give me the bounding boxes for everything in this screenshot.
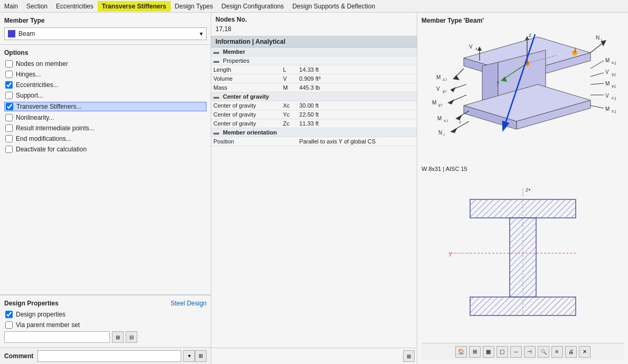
design-text-input[interactable] [4,331,110,343]
y-axis-label: y [496,79,500,85]
member-type-value: Beam [18,30,35,37]
option-nonlinearity-label: Nonlinearity... [16,114,54,121]
mxi-arrow [456,115,462,120]
row-mass-value: 445.3 lb [297,83,417,92]
mxj-label: M [605,58,610,63]
option-end-modifications[interactable]: End modifications... [4,135,207,143]
option-support-checkbox[interactable] [5,92,13,99]
row-yc-label: Center of gravity [211,110,281,119]
option-nodes-on-member[interactable]: Nodes on member [4,60,207,68]
myi-arrow [448,99,454,104]
comment-label: Comment [4,352,33,360]
option-end-checkbox[interactable] [5,135,13,142]
right-panel: Member Type 'Beam' [417,13,628,364]
toolbar-btn-props[interactable]: ≡ [551,346,563,358]
option-deactivate-checkbox[interactable] [5,146,13,153]
option-nodes-checkbox[interactable] [5,60,13,68]
via-parent-label: Via parent member set [16,321,80,329]
design-icon-btn1[interactable]: ⊞ [112,331,124,343]
row-volume-key: V [281,74,297,83]
option-transverse-checkbox[interactable] [6,103,13,110]
option-result-label: Result intermediate points... [16,124,95,132]
menu-design-configurations[interactable]: Design Configurations [217,1,288,12]
row-zc-key: Zc [281,119,297,128]
design-input-row: ⊞ ⊟ [4,331,207,343]
menu-bar: Main Section Eccentricities Transverse S… [0,0,628,13]
nj-arrow [601,40,606,46]
myj-label: M [605,81,610,87]
toolbar-btn-close[interactable]: ✕ [579,346,590,358]
toolbar-btn-grid[interactable]: ⊞ [469,346,481,358]
row-volume-label: Volume [211,74,281,83]
row-length-key: L [281,65,297,74]
option-eccentricities-checkbox[interactable] [5,81,13,89]
toolbar-btn-table[interactable]: ▦ [483,346,494,358]
row-zc-label: Center of gravity [211,119,281,128]
menu-design-supports[interactable]: Design Supports & Deflection [288,1,379,12]
option-hinges-label: Hinges... [16,71,41,78]
option-eccentricities[interactable]: Eccentricities... [4,81,207,89]
label-j: j [574,47,576,53]
collapse-member-icon[interactable]: ▬ [213,49,219,55]
mxj-subscript: x,j [612,60,616,65]
toolbar-btn-zoom[interactable]: 🔍 [538,346,549,358]
row-xc-label: Center of gravity [211,101,281,110]
design-properties-checkbox[interactable] [5,311,13,318]
via-parent-row[interactable]: Via parent member set [4,321,207,329]
design-icon-btn2[interactable]: ⊟ [126,331,137,343]
option-support[interactable]: Support... [4,91,207,100]
toolbar-btn-home[interactable]: 🏠 [455,346,467,358]
middle-icon-btn[interactable]: ⊞ [403,350,415,362]
member-type-section: Member Type Beam ▾ [0,13,211,45]
toolbar-btn-dim[interactable]: ↔ [510,346,522,358]
member-type-select[interactable]: Beam ▾ [4,27,207,40]
menu-main[interactable]: Main [0,1,22,12]
design-properties-section: Design Properties Steel Design Design pr… [0,295,211,347]
option-result-checkbox[interactable] [5,124,13,132]
menu-section[interactable]: Section [22,1,52,12]
member-type-color [8,30,15,37]
option-deactivate[interactable]: Deactivate for calculation [4,145,207,154]
design-properties-row[interactable]: Design properties [4,310,207,319]
row-xc-value: 30.00 ft [297,101,417,110]
middle-bottom-toolbar: ⊞ [211,348,417,364]
vyi-arrow [451,87,456,92]
table-row-mass: Mass M 445.3 lb [211,83,417,92]
beam-3d-svg: z y i j M z,i V y,i [421,26,622,158]
option-hinges[interactable]: Hinges... [4,70,207,79]
mxi-line [456,111,469,119]
row-mass-key: M [281,83,297,92]
collapse-orientation-icon[interactable]: ▬ [213,129,219,136]
toolbar-btn-measure[interactable]: ⊣ [524,346,536,358]
info-section: Information | Analytical ▬ Member ▬ [211,36,417,348]
menu-eccentricities[interactable]: Eccentricities [52,1,98,12]
options-section: Options Nodes on member Hinges... Eccent… [0,45,211,295]
info-tree-table: ▬ Member ▬ Properties Length L [211,47,417,146]
option-nonlinearity[interactable]: Nonlinearity... [4,113,207,122]
mzj-subscript: z,j [612,109,616,113]
menu-transverse-stiffeners[interactable]: Transverse Stiffeners [98,1,171,12]
collapse-properties-icon[interactable]: ▬ [213,58,219,64]
nodes-value: 17,18 [215,25,413,33]
toolbar-btn-print[interactable]: 🖨 [565,346,577,358]
menu-design-types[interactable]: Design Types [171,1,218,12]
collapse-cog-icon[interactable]: ▬ [213,93,219,100]
nodes-section: Nodes No. 17,18 [211,13,417,36]
comment-btn[interactable]: ▾ [183,350,195,362]
member-type-label: Member Type [4,17,207,24]
toolbar-btn-frame[interactable]: ▢ [496,346,508,358]
option-transverse-stiffeners[interactable]: Transverse Stiffeners... [4,102,207,111]
option-result-intermediate[interactable]: Result intermediate points... [4,124,207,132]
ibeam-z-label: z• [526,186,531,193]
comment-input[interactable] [38,350,181,362]
z-axis-label: z [529,32,532,38]
vzj-subscript: z,j [612,95,616,100]
vyi-subscript: y,i [443,89,447,93]
ibeam-svg: z• y [444,184,602,331]
option-nonlinearity-checkbox[interactable] [5,114,13,121]
middle-panel: Nodes No. 17,18 Information | Analytical… [211,13,417,364]
comment-icon-btn[interactable]: ⊞ [195,350,207,362]
via-parent-checkbox[interactable] [5,321,13,329]
option-hinges-checkbox[interactable] [5,71,13,78]
beam-section-label: W 8x31 | AISC 15 [421,166,624,172]
